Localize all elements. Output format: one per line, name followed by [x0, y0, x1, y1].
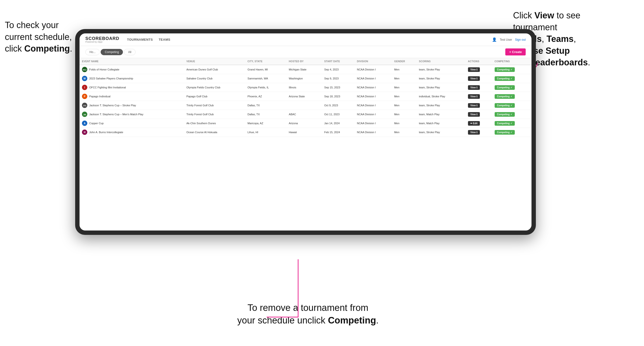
- view-button[interactable]: View ℹ: [468, 85, 480, 90]
- filter-tabs: Ho... Competing All: [85, 49, 136, 55]
- team-logo: A: [82, 121, 87, 126]
- nav-teams[interactable]: TEAMS: [158, 37, 170, 42]
- event-name-cell: H John A. Burns Intercollegiate: [80, 128, 184, 137]
- team-logo: JTS: [82, 103, 87, 108]
- competing-button[interactable]: Competing ✓: [495, 94, 515, 99]
- gender-cell: Men: [392, 128, 416, 137]
- signout-link[interactable]: Sign out: [515, 38, 526, 41]
- tab-home[interactable]: Ho...: [85, 49, 100, 55]
- team-logo: P: [82, 94, 87, 99]
- division-cell: NCAA Division I: [354, 110, 392, 119]
- venue-cell: Trinity Forest Golf Club: [184, 110, 245, 119]
- edit-button[interactable]: ✏ Edit: [468, 121, 480, 126]
- actions-cell: View ℹ: [466, 101, 492, 110]
- view-button[interactable]: View ℹ: [468, 112, 480, 117]
- gender-cell: Men: [392, 83, 416, 92]
- tab-all[interactable]: All: [124, 49, 135, 55]
- venue-cell: American Dunes Golf Club: [184, 65, 245, 74]
- hosted-by-cell: Arizona State: [286, 92, 322, 101]
- competing-button[interactable]: Competing ✓: [495, 121, 515, 126]
- actions-cell: View ℹ: [466, 128, 492, 137]
- create-button[interactable]: + Create: [505, 48, 526, 55]
- svg-text:JTS: JTS: [83, 105, 86, 107]
- table-row: P Papago Individual Papago Golf Club Pho…: [80, 92, 532, 101]
- bottom-horiz-line: [267, 317, 298, 318]
- gender-cell: Men: [392, 74, 416, 83]
- svg-text:MSU: MSU: [83, 69, 86, 71]
- tournament-table: EVENT NAME VENUE CITY, STATE HOSTED BY S…: [80, 58, 532, 137]
- competing-button[interactable]: Competing ✓: [495, 67, 515, 72]
- competing-button[interactable]: Competing ✓: [495, 103, 515, 108]
- hosted-by-cell: [286, 101, 322, 110]
- col-actions: ACTIONS: [466, 58, 492, 65]
- event-name-cell: W 2023 Sahalee Players Championship: [80, 74, 184, 83]
- event-name-cell: MSU Folds of Honor Collegiate: [80, 65, 184, 74]
- hosted-by-cell: Washington: [286, 74, 322, 83]
- nav-tournaments[interactable]: TOURNAMENTS: [127, 37, 153, 42]
- nav-links: TOURNAMENTS TEAMS: [127, 37, 170, 42]
- tab-competing[interactable]: Competing: [100, 49, 123, 55]
- view-button[interactable]: View ℹ: [468, 130, 480, 135]
- event-name-cell: I OFCC Fighting Illini Invitational: [80, 83, 184, 92]
- city-state-cell: Olympia Fields, IL: [245, 83, 286, 92]
- view-button[interactable]: View ℹ: [468, 76, 480, 81]
- col-division: DIVISION: [354, 58, 392, 65]
- event-name-cell: JM Jackson T. Stephens Cup – Men's Match…: [80, 110, 184, 119]
- venue-cell: Sahalee Country Club: [184, 74, 245, 83]
- start-date-cell: Sep 4, 2023: [322, 65, 354, 74]
- actions-cell: View ℹ: [466, 74, 492, 83]
- venue-cell: Ak-Chin Southern Dunes: [184, 119, 245, 128]
- col-city-state: CITY, STATE: [245, 58, 286, 65]
- col-hosted-by: HOSTED BY: [286, 58, 322, 65]
- svg-text:W: W: [84, 77, 86, 80]
- view-button[interactable]: View ℹ: [468, 94, 480, 99]
- venue-cell: Olympia Fields Country Club: [184, 83, 245, 92]
- start-date-cell: Oct 9, 2023: [322, 101, 354, 110]
- start-date-cell: Sep 9, 2023: [322, 74, 354, 83]
- start-date-cell: Jan 14, 2024: [322, 119, 354, 128]
- hosted-by-cell: Illinois: [286, 83, 322, 92]
- actions-cell: ✏ Edit: [466, 119, 492, 128]
- division-cell: NCAA Division I: [354, 128, 392, 137]
- competing-button[interactable]: Competing ✓: [495, 76, 515, 81]
- annotation-bottom: To remove a tournament from your schedul…: [199, 302, 417, 327]
- city-state-cell: Sammamish, WA: [245, 74, 286, 83]
- competing-cell: Competing ✓: [492, 92, 532, 101]
- gender-cell: Men: [392, 119, 416, 128]
- competing-cell: Competing ✓: [492, 74, 532, 83]
- competing-button[interactable]: Competing ✓: [495, 112, 515, 117]
- city-state-cell: Lihue, HI: [245, 128, 286, 137]
- header-right: 👤 Test User Sign out: [492, 37, 526, 42]
- team-logo: MSU: [82, 67, 87, 72]
- view-button[interactable]: View ℹ: [468, 67, 480, 72]
- header-left: SCOREBOARD Powered by clippi TOURNAMENTS…: [85, 36, 170, 43]
- division-cell: NCAA Division I: [354, 92, 392, 101]
- hosted-by-cell: Hawaii: [286, 128, 322, 137]
- event-name-cell: JTS Jackson T. Stephens Cup – Stroke Pla…: [80, 101, 184, 110]
- competing-button[interactable]: Competing ✓: [495, 85, 515, 90]
- svg-text:I: I: [84, 86, 85, 89]
- hosted-by-cell: ABAC: [286, 110, 322, 119]
- city-state-cell: Dallas, TX: [245, 101, 286, 110]
- table-row: JTS Jackson T. Stephens Cup – Stroke Pla…: [80, 101, 532, 110]
- venue-cell: Papago Golf Club: [184, 92, 245, 101]
- division-cell: NCAA Division I: [354, 65, 392, 74]
- tablet-screen: SCOREBOARD Powered by clippi TOURNAMENTS…: [80, 33, 532, 230]
- city-state-cell: Phoenix, AZ: [245, 92, 286, 101]
- tournament-table-container: EVENT NAME VENUE CITY, STATE HOSTED BY S…: [80, 58, 532, 230]
- actions-cell: View ℹ: [466, 83, 492, 92]
- competing-cell: Competing ✓: [492, 101, 532, 110]
- venue-cell: Ocean Course At Hokuala: [184, 128, 245, 137]
- brand-title: SCOREBOARD: [85, 36, 119, 41]
- view-button[interactable]: View ℹ: [468, 103, 480, 108]
- col-gender: GENDER: [392, 58, 416, 65]
- scoring-cell: individual, Stroke Play: [416, 92, 466, 101]
- competing-cell: Competing ✓: [492, 110, 532, 119]
- table-body: MSU Folds of Honor Collegiate American D…: [80, 65, 532, 137]
- table-row: JM Jackson T. Stephens Cup – Men's Match…: [80, 110, 532, 119]
- division-cell: NCAA Division I: [354, 83, 392, 92]
- filter-bar: Ho... Competing All + Create: [80, 46, 532, 58]
- svg-text:A: A: [84, 122, 85, 125]
- col-start-date: START DATE: [322, 58, 354, 65]
- competing-button[interactable]: Competing ✓: [495, 130, 515, 135]
